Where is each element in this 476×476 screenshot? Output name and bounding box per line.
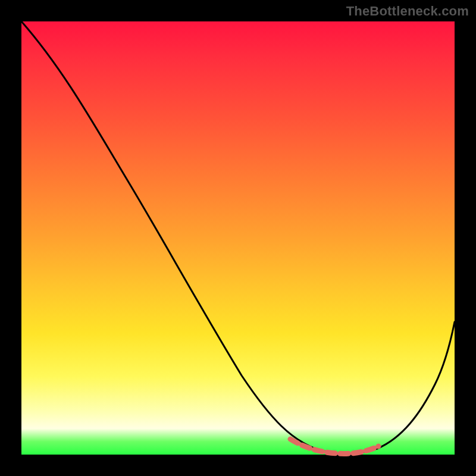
plot-area [21,21,455,455]
bottleneck-curve [21,21,455,454]
watermark-text: TheBottleneck.com [346,4,469,19]
optimum-band-marker [290,439,378,454]
curve-svg [21,21,455,455]
chart-frame: TheBottleneck.com [0,0,476,476]
